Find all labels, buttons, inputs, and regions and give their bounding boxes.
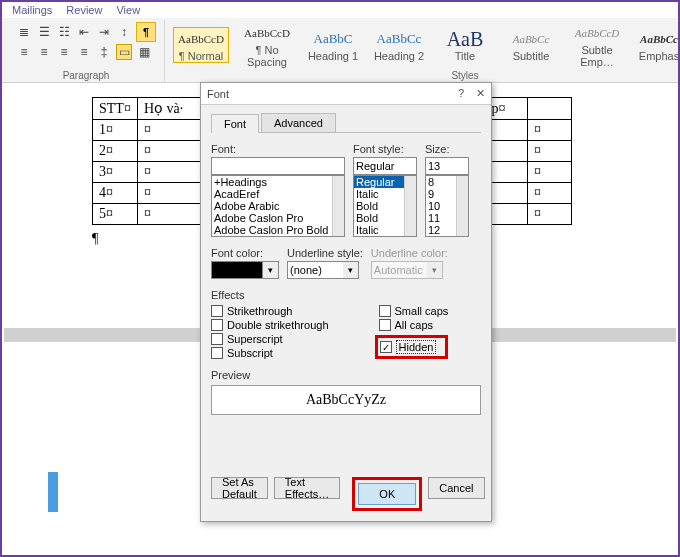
numbering-icon[interactable]: ☰ [36,24,52,40]
align-right-icon[interactable]: ≡ [56,44,72,60]
fontcolor-swatch [211,261,263,279]
underlinecolor-combo: ▾ [371,261,448,279]
show-marks-button[interactable]: ¶ [136,22,156,42]
size-input[interactable] [425,157,469,175]
fontcolor-label: Font color: [211,247,279,259]
font-label: Font: [211,143,345,155]
checkbox-double-strikethrough[interactable]: Double strikethrough [211,319,329,331]
align-left-icon[interactable]: ≡ [16,44,32,60]
checkbox-subscript[interactable]: Subscript [211,347,329,359]
bullets-icon[interactable]: ≣ [16,24,32,40]
size-label: Size: [425,143,469,155]
close-icon[interactable]: ✕ [476,87,485,100]
ok-button[interactable]: OK [358,483,416,505]
checkbox-strikethrough[interactable]: Strikethrough [211,305,329,317]
set-default-button[interactable]: Set As Default [211,477,268,499]
tab-advanced[interactable]: Advanced [261,113,336,132]
group-label-paragraph: Paragraph [8,70,164,81]
style-nospacing[interactable]: AaBbCcD ¶ No Spacing [239,22,295,68]
ribbon-tab-view[interactable]: View [116,4,140,16]
style-emphasis[interactable]: AaBbCcD Emphasis [635,28,680,62]
borders-icon[interactable]: ▦ [136,44,152,60]
style-normal[interactable]: AaBbCcD ¶ Normal [173,27,229,63]
ribbon-tab-review[interactable]: Review [66,4,102,16]
style-subtle[interactable]: AaBbCcD Subtle Emp… [569,22,625,68]
align-center-icon[interactable]: ≡ [36,44,52,60]
text-effects-button[interactable]: Text Effects… [274,477,340,499]
ribbon-group-paragraph: ≣ ☰ ☷ ⇤ ⇥ ↕ ¶ ≡ ≡ ≡ ≡ ‡ ▭ ▦ Paragraph [8,20,165,82]
fontcolor-combo[interactable]: ▾ [211,261,279,279]
underline-label: Underline style: [287,247,363,259]
hidden-highlight: ✓Hidden [375,335,449,359]
tab-font[interactable]: Font [211,114,259,133]
checkbox-allcaps[interactable]: All caps [379,319,449,331]
style-title[interactable]: AaB Title [437,28,493,62]
help-icon[interactable]: ? [458,87,464,100]
fontstyle-label: Font style: [353,143,417,155]
fontstyle-listbox[interactable]: Regular Italic Bold Bold Italic [353,175,417,237]
preview-box: AaBbCcYyZz [211,385,481,415]
ok-highlight: OK [352,477,422,511]
font-input[interactable] [211,157,345,175]
chevron-down-icon[interactable]: ▾ [263,261,279,279]
indent-inc-icon[interactable]: ⇥ [96,24,112,40]
cancel-button[interactable]: Cancel [428,477,484,499]
line-spacing-icon[interactable]: ‡ [96,44,112,60]
table-header-extra[interactable] [527,98,571,120]
multilevel-icon[interactable]: ☷ [56,24,72,40]
chevron-down-icon[interactable]: ▾ [343,261,359,279]
group-label-styles: Styles [165,70,680,81]
indent-dec-icon[interactable]: ⇤ [76,24,92,40]
chevron-down-icon: ▾ [427,261,443,279]
font-listbox[interactable]: +Headings AcadEref Adobe Arabic Adobe Ca… [211,175,345,237]
table-header-stt[interactable]: STT¤ [93,98,138,120]
font-dialog: Font ? ✕ Font Advanced Font: +Headings A… [200,82,492,522]
underline-combo[interactable]: ▾ [287,261,363,279]
preview-label: Preview [211,369,481,381]
style-h1[interactable]: AaBbC Heading 1 [305,28,361,62]
style-h2[interactable]: AaBbCc Heading 2 [371,28,427,62]
ribbon-tab-mailings[interactable]: Mailings [12,4,52,16]
size-listbox[interactable]: 8 9 10 11 12 [425,175,469,237]
align-justify-icon[interactable]: ≡ [76,44,92,60]
ribbon: ≣ ☰ ☷ ⇤ ⇥ ↕ ¶ ≡ ≡ ≡ ≡ ‡ ▭ ▦ Paragraph A [2,18,678,83]
checkbox-smallcaps[interactable]: Small caps [379,305,449,317]
dialog-title: Font [207,88,458,100]
style-subtitle[interactable]: AaBbCc Subtitle [503,28,559,62]
checkbox-hidden[interactable]: ✓Hidden [380,340,440,354]
checkbox-superscript[interactable]: Superscript [211,333,329,345]
dialog-titlebar: Font ? ✕ [201,83,491,105]
effects-label: Effects [211,289,481,301]
ribbon-group-styles: AaBbCcD ¶ Normal AaBbCcD ¶ No Spacing Aa… [165,20,680,82]
sort-icon[interactable]: ↕ [116,24,132,40]
shading-icon[interactable]: ▭ [116,44,132,60]
page-position-indicator [48,472,58,512]
underlinecolor-label: Underline color: [371,247,448,259]
fontstyle-input[interactable] [353,157,417,175]
